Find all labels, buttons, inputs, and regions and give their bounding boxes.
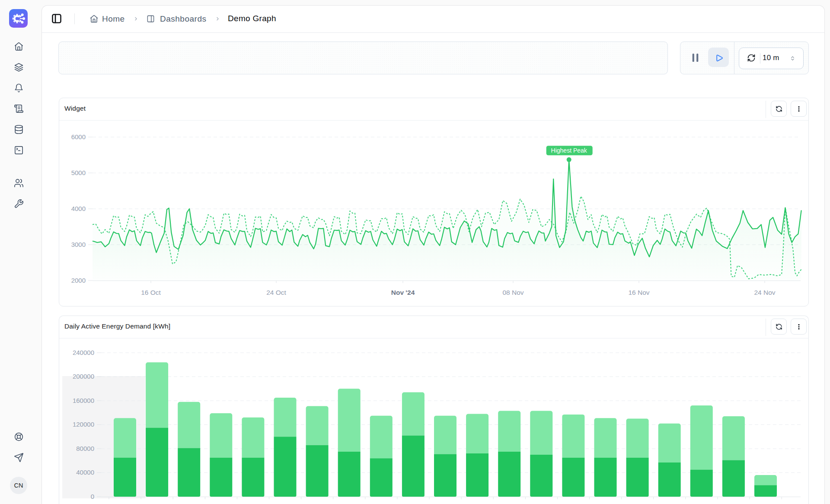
svg-text:6000: 6000 <box>71 133 86 140</box>
svg-text:80000: 80000 <box>76 445 94 452</box>
svg-text:0: 0 <box>91 493 94 500</box>
svg-text:08 Nov: 08 Nov <box>502 289 524 296</box>
svg-text:16 Nov: 16 Nov <box>628 289 649 296</box>
svg-text:40000: 40000 <box>76 469 94 476</box>
svg-text:24 Nov: 24 Nov <box>754 289 775 296</box>
svg-text:240000: 240000 <box>73 349 94 356</box>
svg-text:3000: 3000 <box>71 241 86 248</box>
svg-text:Nov '24: Nov '24 <box>391 289 415 296</box>
svg-text:160000: 160000 <box>73 397 94 404</box>
svg-text:120000: 120000 <box>73 421 94 428</box>
svg-text:200000: 200000 <box>73 373 94 380</box>
svg-text:4000: 4000 <box>71 205 86 212</box>
svg-text:5000: 5000 <box>71 169 86 176</box>
svg-text:24 Oct: 24 Oct <box>266 289 286 296</box>
svg-text:2000: 2000 <box>71 277 86 284</box>
svg-text:Highest Peak: Highest Peak <box>551 147 587 154</box>
svg-text:16 Oct: 16 Oct <box>141 289 161 296</box>
